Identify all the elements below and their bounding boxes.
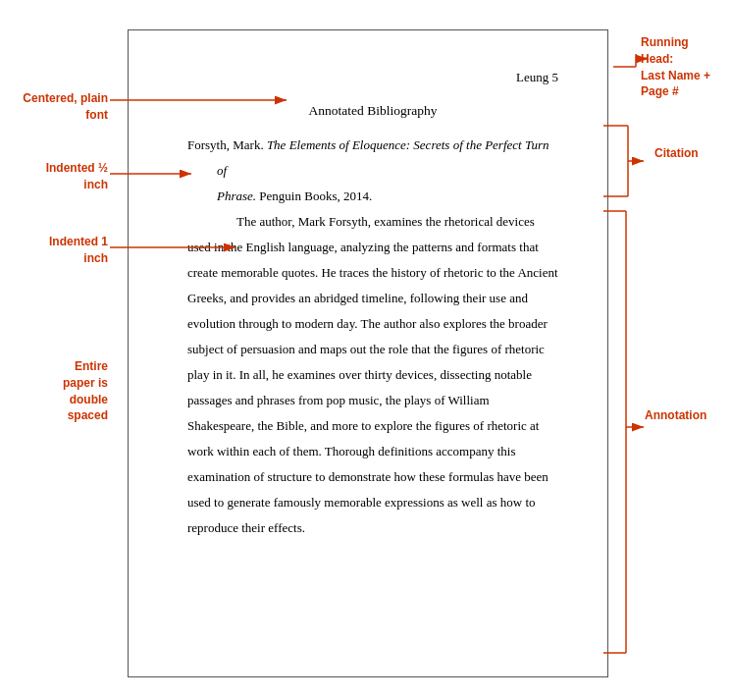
label-annotation: Annotation — [645, 407, 723, 424]
label-citation: Citation — [654, 145, 723, 162]
label-centered: Centered, plain font — [2, 90, 108, 124]
label-double-spaced: Entirepaper isdoublespaced — [2, 358, 108, 424]
label-one-inch: Indented 1inch — [2, 234, 108, 267]
citation-text: Forsyth, Mark. The Elements of Eloquence… — [187, 133, 558, 209]
running-head: Leung 5 — [187, 70, 558, 85]
label-running-head: RunningHead:Last Name +Page # — [641, 34, 729, 100]
annotation-text: The author, Mark Forsyth, examines the r… — [187, 209, 558, 541]
label-half-inch: Indented ½inch — [2, 160, 108, 193]
citation-block: Forsyth, Mark. The Elements of Eloquence… — [187, 133, 558, 209]
annotation-block: The author, Mark Forsyth, examines the r… — [187, 209, 558, 541]
bibliography-title: Annotated Bibliography — [187, 103, 558, 119]
paper-page: Leung 5 Annotated Bibliography Forsyth, … — [128, 29, 608, 677]
